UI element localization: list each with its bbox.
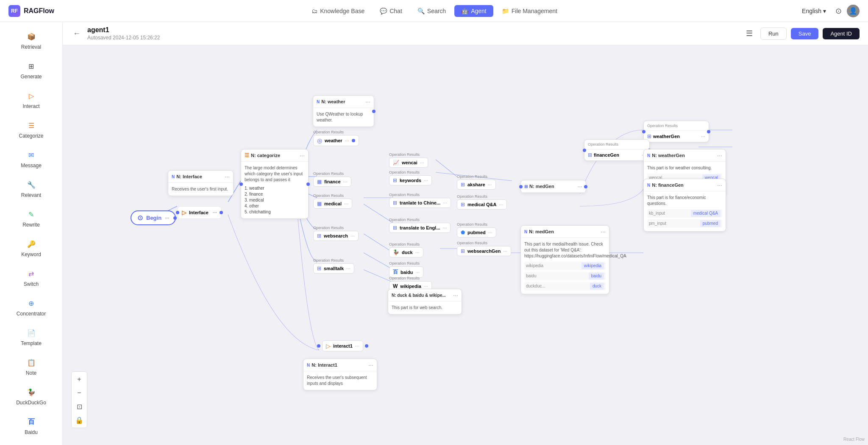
language-selector[interactable]: English ▾ bbox=[798, 6, 830, 16]
sidebar-item-retrieval[interactable]: 📦 Retrieval bbox=[3, 26, 59, 55]
interact-icon: ▷ bbox=[26, 91, 36, 101]
wencai-label: wencai bbox=[402, 160, 417, 165]
nav-search[interactable]: 🔍 Search bbox=[411, 5, 453, 17]
interact1-detail-body: Receives the user's subsequent inputs an… bbox=[303, 371, 377, 390]
sidebar-item-message[interactable]: ✉ Message bbox=[3, 145, 59, 174]
react-flow-credit: React Flow bbox=[843, 437, 865, 442]
web-search-menu[interactable]: ··· bbox=[453, 292, 458, 299]
categorize-in-dot bbox=[239, 182, 243, 186]
list-icon[interactable]: ☰ bbox=[743, 27, 756, 40]
medical-qa-connector[interactable]: Operation Results ⊞ medical Q&A ··· bbox=[457, 194, 507, 210]
save-button[interactable]: Save bbox=[791, 28, 819, 39]
pubmed-connector[interactable]: Operation Results ⬟ pubmed ··· bbox=[457, 222, 496, 238]
websearchgen-connector[interactable]: Operation Results ⊞ websearchGen ··· bbox=[457, 241, 511, 256]
fit-button[interactable]: ⊡ bbox=[73, 401, 85, 412]
medgen-node[interactable]: ⊞ N: medGen ··· bbox=[520, 180, 586, 193]
financegen-detail-node[interactable]: N N: financeGen ··· This part is for fia… bbox=[643, 179, 726, 232]
canvas[interactable]: ⊙ Begin ··· ▷ Interface ··· N N: Interfa… bbox=[63, 45, 868, 445]
smalltalk-op-connector[interactable]: Operation Results ⊞ smalltalk ··· bbox=[313, 258, 354, 274]
interact1-menu[interactable]: ··· bbox=[368, 362, 373, 368]
sidebar-item-switch[interactable]: ⇄ Switch bbox=[3, 263, 59, 292]
cat-item-5: 5. chitchatting bbox=[245, 209, 305, 215]
translate-cn-connector[interactable]: Operation Results ⊞ tranlate to Chine...… bbox=[389, 193, 451, 208]
relevant-icon: 🔧 bbox=[26, 180, 36, 190]
nav-chat[interactable]: 💬 Chat bbox=[373, 5, 409, 17]
switch-icon: ⇄ bbox=[26, 268, 36, 279]
websearch-op-connector[interactable]: Operation Results ⊞ websearch ··· bbox=[313, 226, 359, 241]
nav-knowledge-base[interactable]: 🗂 Knowledge Base bbox=[305, 5, 371, 17]
weather-menu[interactable]: ··· bbox=[365, 98, 370, 105]
run-button[interactable]: Run bbox=[760, 28, 787, 40]
translate-en-connector[interactable]: Operation Results ⊞ translate to Engl...… bbox=[389, 218, 451, 233]
medgen-menu[interactable]: ··· bbox=[577, 183, 582, 190]
cat-item-3: 3. medical bbox=[245, 197, 305, 203]
medical-op-connector[interactable]: Operation Results ▦ medical ··· bbox=[313, 193, 352, 209]
lock-button[interactable]: 🔒 bbox=[73, 414, 85, 426]
sidebar-item-baidu[interactable]: 百 Baidu bbox=[3, 412, 59, 440]
medgen-detail-menu[interactable]: ··· bbox=[601, 228, 606, 235]
sidebar-item-concentrator[interactable]: ⊕ Concentrator bbox=[3, 293, 59, 322]
zoom-out-button[interactable]: − bbox=[73, 387, 85, 399]
wencai-connector[interactable]: Operation Results 📈 wencai ··· bbox=[389, 152, 428, 168]
financegen-small-node[interactable]: Operation Results ⊞ financeGen ··· bbox=[584, 139, 650, 161]
interact1-detail-node[interactable]: N N: Interact1 ··· Receives the user's s… bbox=[303, 359, 377, 390]
keywords-connector[interactable]: Operation Results ⊞ keywords ··· bbox=[389, 170, 432, 185]
categorize-menu[interactable]: ··· bbox=[300, 152, 305, 159]
financegen-detail-header: N N: financeGen ··· bbox=[644, 179, 726, 191]
financegen-detail-menu[interactable]: ··· bbox=[717, 182, 722, 188]
sidebar-item-duckduckgo[interactable]: 🦆 DuckDuckGo bbox=[3, 382, 59, 411]
duck-connector[interactable]: Operation Results 🦆 duck ··· bbox=[389, 242, 423, 257]
translate-en-icon: ⊞ bbox=[393, 225, 397, 231]
sidebar-item-template[interactable]: 📄 Template bbox=[3, 323, 59, 351]
interact1-label: interact1 bbox=[333, 343, 353, 348]
interface-out-dot bbox=[220, 211, 223, 214]
weathergen-small-node[interactable]: Operation Results ⊞ weatherGen ··· bbox=[643, 121, 709, 142]
weathergen-small-dots: ··· bbox=[701, 133, 705, 139]
weathergen-detail-header: N N: weatherGen ··· bbox=[644, 149, 726, 162]
interact1-connector[interactable]: ▷ interact1 ··· bbox=[317, 340, 368, 351]
canvas-inner: ⊙ Begin ··· ▷ Interface ··· N N: Interfa… bbox=[63, 45, 868, 445]
message-icon: ✉ bbox=[26, 150, 36, 160]
sidebar-item-relevant[interactable]: 🔧 Relevant bbox=[3, 174, 59, 203]
categorize-node[interactable]: ☰ N: categorize ··· The large model dete… bbox=[241, 149, 309, 219]
weather-body: Use QWeather to lookup weather. bbox=[313, 108, 374, 127]
sidebar-item-interact[interactable]: ▷ Interact bbox=[3, 86, 59, 114]
agentid-button[interactable]: Agent ID bbox=[823, 28, 860, 39]
begin-label: Begin bbox=[146, 215, 161, 221]
sidebar-item-generate[interactable]: ⊞ Generate bbox=[3, 56, 59, 85]
interface-in-dot bbox=[176, 211, 179, 214]
begin-node[interactable]: ⊙ Begin ··· bbox=[131, 210, 176, 225]
web-search-node[interactable]: N: duck & baidu & wikipe... ··· This par… bbox=[388, 289, 462, 315]
finance-op-connector[interactable]: Operation Results ▦ finance ··· bbox=[313, 171, 351, 187]
categorize-header: ☰ N: categorize ··· bbox=[241, 149, 308, 162]
baidu-connector[interactable]: Operation Results 百 baidu ··· bbox=[389, 261, 423, 278]
weather-connector-icon: ◎ bbox=[317, 137, 322, 144]
weather-node[interactable]: N N: weather ··· Use QWeather to lookup … bbox=[313, 95, 374, 127]
back-button[interactable]: ← bbox=[71, 28, 82, 40]
weather-op-connector[interactable]: Operation Results ◎ weather ··· bbox=[313, 130, 359, 146]
search-icon: 🔍 bbox=[417, 8, 425, 14]
duck-label: duck bbox=[402, 250, 413, 255]
medical-qa-label: medical Q&A bbox=[467, 202, 496, 207]
nav-agent[interactable]: 🤖 Agent bbox=[454, 5, 493, 17]
avatar[interactable]: 👤 bbox=[847, 5, 860, 17]
file-icon: 📁 bbox=[502, 8, 509, 14]
nav-file-management[interactable]: 📁 File Management bbox=[495, 5, 564, 17]
baidu-label: baidu bbox=[401, 270, 413, 275]
sidebar-item-note[interactable]: 📋 Note bbox=[3, 352, 59, 381]
interface-detail-menu[interactable]: ··· bbox=[225, 173, 230, 180]
sidebar-item-wikipedia[interactable]: W Wikipedia bbox=[3, 441, 59, 445]
agent-header-left: ← agent1 Autosaved 2024-12-05 15:26:22 bbox=[71, 26, 160, 41]
weathergen-detail-menu[interactable]: ··· bbox=[717, 152, 722, 159]
weather-header: N N: weather ··· bbox=[313, 96, 374, 108]
interface-connector[interactable]: ▷ Interface ··· bbox=[177, 206, 222, 219]
wikipedia-label: wikipedia bbox=[400, 284, 421, 289]
interface-detail-node[interactable]: N N: Interface ··· Receives the user's f… bbox=[168, 170, 234, 196]
zoom-in-button[interactable]: + bbox=[73, 373, 85, 385]
sidebar-item-keyword[interactable]: 🔑 Keyword bbox=[3, 234, 59, 263]
medgen-detail-node[interactable]: N N: medGen ··· This part is for medial/… bbox=[520, 225, 609, 294]
logo-icon: RF bbox=[8, 5, 20, 17]
akshare-connector[interactable]: Operation Results ⊞ akshare ··· bbox=[457, 174, 496, 190]
sidebar-item-categorize[interactable]: ☰ Categorize bbox=[3, 115, 59, 144]
sidebar-item-rewrite[interactable]: ✎ Rewrite bbox=[3, 204, 59, 233]
